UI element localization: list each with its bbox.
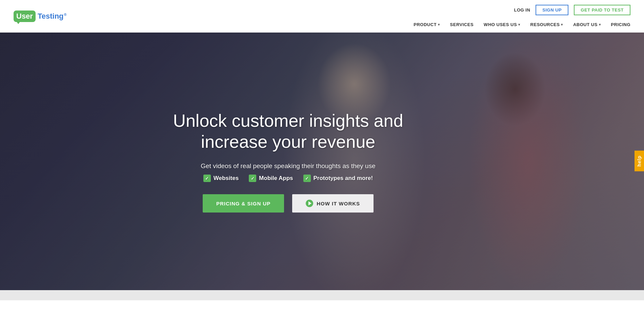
- header: User Testing® LOG IN SIGN UP GET PAID TO…: [0, 0, 644, 33]
- nav-item-product[interactable]: PRODUCT ▾: [414, 22, 440, 27]
- hero-section: Unlock customer insights and increase yo…: [0, 33, 644, 290]
- chevron-down-icon: ▾: [561, 23, 563, 26]
- get-paid-button[interactable]: GET PAID TO TEST: [574, 5, 630, 15]
- nav-item-pricing[interactable]: PRICING: [611, 22, 630, 27]
- main-nav: PRODUCT ▾ SERVICES WHO USES US ▾ RESOURC…: [14, 19, 630, 33]
- check-icon-mobile: ✓: [249, 175, 256, 182]
- chevron-down-icon: ▾: [438, 23, 440, 26]
- signup-button[interactable]: SIGN UP: [536, 5, 568, 15]
- play-icon: [306, 200, 313, 207]
- nav-item-about[interactable]: ABOUT US ▾: [573, 22, 601, 27]
- check-item-websites: ✓ Websites: [203, 175, 239, 182]
- hero-subtitle: Get videos of real people speaking their…: [156, 162, 420, 170]
- chevron-down-icon: ▾: [599, 23, 601, 26]
- hero-checklist: ✓ Websites ✓ Mobile Apps ✓ Prototypes an…: [156, 175, 420, 182]
- check-item-mobile: ✓ Mobile Apps: [249, 175, 293, 182]
- help-button[interactable]: help: [635, 151, 644, 172]
- footer-bar: [0, 290, 644, 300]
- play-triangle: [308, 201, 311, 205]
- check-icon-websites: ✓: [203, 175, 211, 182]
- how-it-works-button[interactable]: HOW IT WORKS: [292, 194, 374, 213]
- nav-item-resources[interactable]: RESOURCES ▾: [530, 22, 563, 27]
- logo-bubble: User: [14, 11, 36, 22]
- header-top-bar: LOG IN SIGN UP GET PAID TO TEST: [14, 0, 630, 19]
- check-item-prototypes: ✓ Prototypes and more!: [303, 175, 373, 182]
- hero-cta-buttons: PRICING & SIGN UP HOW IT WORKS: [156, 194, 420, 213]
- logo-testing-text: Testing®: [38, 12, 67, 21]
- nav-item-services[interactable]: SERVICES: [450, 22, 474, 27]
- hero-content: Unlock customer insights and increase yo…: [142, 110, 434, 213]
- chevron-down-icon: ▾: [518, 23, 520, 26]
- login-button[interactable]: LOG IN: [514, 7, 530, 13]
- logo-user-text: User: [16, 12, 33, 21]
- logo[interactable]: User Testing®: [14, 11, 67, 22]
- hero-title: Unlock customer insights and increase yo…: [156, 110, 420, 153]
- pricing-signup-button[interactable]: PRICING & SIGN UP: [203, 194, 284, 213]
- check-icon-prototypes: ✓: [303, 175, 311, 182]
- nav-item-who-uses[interactable]: WHO USES US ▾: [484, 22, 520, 27]
